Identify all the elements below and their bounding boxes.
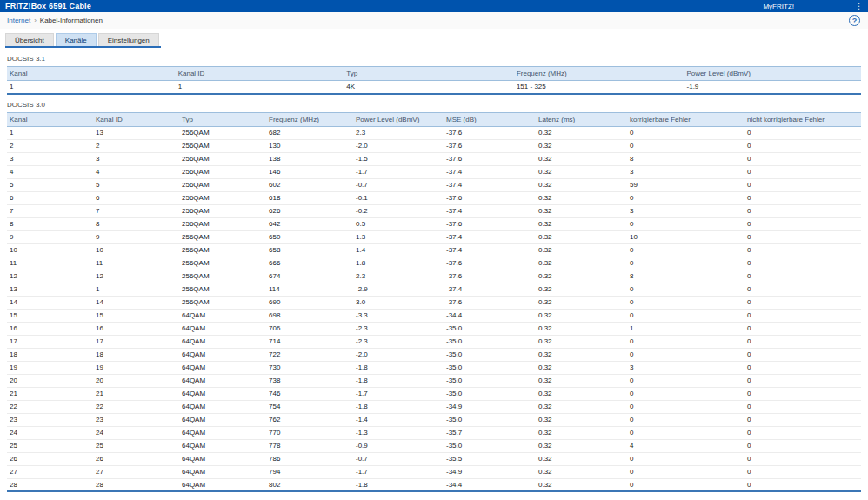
cell: -37.4 xyxy=(444,243,536,257)
cell: -37.6 xyxy=(444,152,536,165)
cell: 1 xyxy=(93,283,179,296)
column-header: Latenz (ms) xyxy=(536,112,627,126)
cell: 4 xyxy=(93,165,179,178)
table-row: 181864QAM722-2.0-35.00.3200 xyxy=(7,348,861,361)
cell: -34.4 xyxy=(444,309,536,322)
cell: -0.7 xyxy=(353,452,444,465)
cell: 0 xyxy=(627,139,744,152)
table-row: 1212256QAM6742.3-37.60.3280 xyxy=(7,270,861,283)
cell: -37.4 xyxy=(444,283,536,296)
column-header: Power Level (dBmV) xyxy=(684,67,861,81)
table-row: 171764QAM714-2.3-35.00.3200 xyxy=(7,335,861,348)
tab-einstellungen[interactable]: Einstellungen xyxy=(98,33,159,46)
cell: -2.3 xyxy=(353,322,444,335)
cell: 19 xyxy=(93,361,179,374)
cell: 3.0 xyxy=(353,296,444,309)
table-row: 262664QAM786-0.7-35.50.3200 xyxy=(7,452,861,465)
cell: -37.4 xyxy=(444,204,536,217)
cell: 26 xyxy=(93,452,179,465)
cell: 698 xyxy=(266,309,353,322)
cell: 0 xyxy=(744,165,861,178)
myfritz-link[interactable]: MyFRITZ! xyxy=(763,3,794,10)
cell: 59 xyxy=(627,178,744,191)
cell: 4K xyxy=(344,81,514,94)
cell: 25 xyxy=(93,439,179,452)
cell: 64QAM xyxy=(179,413,266,426)
cell: 0.32 xyxy=(536,257,627,270)
cell: 0 xyxy=(627,296,744,309)
cell: -0.2 xyxy=(353,204,444,217)
cell: 64QAM xyxy=(179,335,266,348)
cell: 64QAM xyxy=(179,465,266,478)
cell: 18 xyxy=(7,348,93,361)
cell: 642 xyxy=(266,217,353,230)
cell: -1.7 xyxy=(353,165,444,178)
cell: 15 xyxy=(93,309,179,322)
cell: -35.0 xyxy=(444,439,536,452)
cell: 0 xyxy=(744,139,861,152)
cell: 256QAM xyxy=(179,257,266,270)
table-row: 1111256QAM6661.8-37.60.3200 xyxy=(7,257,861,270)
app-title: FRITZ!Box 6591 Cable xyxy=(5,2,91,10)
table-header-row: KanalKanal IDTypFrequenz (MHz)Power Leve… xyxy=(7,67,861,81)
cell: 1.3 xyxy=(353,230,444,243)
cell: 256QAM xyxy=(179,165,266,178)
cell: 0.32 xyxy=(536,217,627,230)
cell: 8 xyxy=(7,217,93,230)
tab-uebersicht[interactable]: Übersicht xyxy=(5,33,54,46)
cell: 12 xyxy=(93,270,179,283)
tab-bar: Übersicht Kanäle Einstellungen xyxy=(0,29,868,48)
cell: 2.3 xyxy=(353,126,444,139)
cell: 0 xyxy=(744,152,861,165)
cell: 256QAM xyxy=(179,152,266,165)
table-row: 114K151 - 325-1.9 xyxy=(7,81,861,94)
cell: 0.32 xyxy=(536,465,627,478)
cell: 256QAM xyxy=(179,296,266,309)
cell: 0 xyxy=(744,439,861,452)
cell: 0 xyxy=(627,243,744,257)
cell: 0 xyxy=(744,361,861,374)
tab-kanaele[interactable]: Kanäle xyxy=(56,33,97,46)
cell: 0 xyxy=(744,296,861,309)
cell: 8 xyxy=(93,217,179,230)
cell: 13 xyxy=(93,126,179,139)
cell: 64QAM xyxy=(179,374,266,387)
cell: 64QAM xyxy=(179,361,266,374)
table-row: 222264QAM754-1.8-34.90.3200 xyxy=(7,400,861,413)
help-icon[interactable]: ? xyxy=(849,15,860,26)
cell: -2.9 xyxy=(353,283,444,296)
cell: 0 xyxy=(627,413,744,426)
cell: 256QAM xyxy=(179,204,266,217)
cell: -37.4 xyxy=(444,178,536,191)
cell: 762 xyxy=(266,413,353,426)
cell: 5 xyxy=(93,178,179,191)
cell: 28 xyxy=(93,478,179,491)
cell: 1 xyxy=(627,322,744,335)
cell: -35.0 xyxy=(444,387,536,400)
cell: 64QAM xyxy=(179,322,266,335)
cell: 22 xyxy=(93,400,179,413)
cell: 0 xyxy=(744,478,861,491)
column-header: Kanal xyxy=(7,112,93,126)
cell: 11 xyxy=(7,257,93,270)
cell: -34.9 xyxy=(444,465,536,478)
cell: 64QAM xyxy=(179,400,266,413)
docsis30-table: KanalKanal IDTypFrequenz (MHz)Power Leve… xyxy=(7,112,861,493)
cell: 2.3 xyxy=(353,270,444,283)
menu-icon[interactable]: ⋮ xyxy=(855,3,863,10)
breadcrumb-internet[interactable]: Internet xyxy=(7,17,30,24)
table-row: 55256QAM602-0.7-37.40.32590 xyxy=(7,178,861,191)
cell: 0 xyxy=(627,348,744,361)
cell: 64QAM xyxy=(179,426,266,439)
cell: 6 xyxy=(7,191,93,204)
cell: 0 xyxy=(744,243,861,257)
cell: 0 xyxy=(744,257,861,270)
column-header: nicht korrigierbare Fehler xyxy=(744,112,861,126)
cell: 802 xyxy=(266,478,353,491)
cell: -1.8 xyxy=(353,374,444,387)
cell: 754 xyxy=(266,400,353,413)
cell: 0 xyxy=(744,335,861,348)
cell: 0.32 xyxy=(536,165,627,178)
cell: 626 xyxy=(266,204,353,217)
cell: 256QAM xyxy=(179,178,266,191)
